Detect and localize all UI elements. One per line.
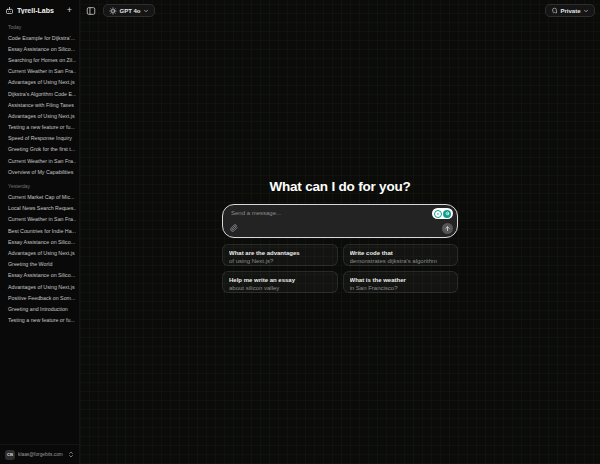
sidebar-history-item[interactable]: Searching for Homes on Zil... (3, 54, 76, 65)
sidebar-history: TodayCode Example for Dijkstra'...Essay … (0, 18, 79, 444)
sidebar-history-item[interactable]: Essay Assistance on Silico... (3, 43, 76, 54)
page-title: What can I do for you? (222, 179, 458, 194)
sidebar-history-item[interactable]: Advantages of Using Next.js (3, 247, 76, 258)
suggestion-title: What is the weather (350, 276, 452, 284)
sidebar-toggle-icon[interactable] (84, 4, 98, 18)
chevron-down-icon (583, 8, 589, 14)
sidebar-history-item[interactable]: Assistance with Filing Taxes (3, 99, 76, 110)
history-section-label: Yesterday (8, 183, 71, 189)
browser-extension-badge[interactable] (432, 208, 453, 219)
paperclip-icon[interactable] (228, 222, 240, 234)
suggestion-card[interactable]: Help me write an essayabout silicon vall… (222, 271, 338, 293)
sidebar-history-item[interactable]: Greeting the World (3, 259, 76, 270)
model-label: GPT 4o (120, 8, 141, 14)
extension-pin-icon (434, 210, 442, 218)
suggestion-title: What are the advantages (229, 249, 331, 257)
sidebar-history-item[interactable]: Current Weather in San Fra... (3, 155, 76, 166)
hero-section: What can I do for you? Send a message... (222, 179, 458, 293)
model-selector[interactable]: GPT 4o (103, 4, 155, 17)
suggestion-card[interactable]: Write code thatdemonstrates dijkstra's a… (343, 244, 459, 266)
chevron-down-icon (143, 8, 149, 14)
sidebar-history-item[interactable]: Overview of My Capabilities (3, 166, 76, 177)
sidebar-history-item[interactable]: Advantages of Using Next.js (3, 281, 76, 292)
user-account-button[interactable]: CN klaas@forgebits.com (0, 444, 79, 464)
new-chat-button[interactable]: + (66, 6, 73, 15)
sidebar-history-item[interactable]: Dijkstra's Algorithm Code E... (3, 88, 76, 99)
history-section-label: Today (8, 24, 71, 30)
sidebar-history-item[interactable]: Advantages of Using Next.js (3, 110, 76, 121)
sidebar-history-item[interactable]: Essay Assistance on Silico... (3, 270, 76, 281)
sidebar-history-item[interactable]: Advantages of Using Next.js (3, 77, 76, 88)
gear-icon (109, 7, 117, 15)
sidebar-history-item[interactable]: Current Weather in San Fra... (3, 66, 76, 77)
suggestion-cards: What are the advantagesof using Next.js?… (222, 244, 458, 293)
sidebar-history-item[interactable]: Essay Assistance on Silico... (3, 236, 76, 247)
sidebar-history-item[interactable]: Testing a new feature or fu... (3, 122, 76, 133)
chevron-updown-icon (68, 451, 74, 458)
suggestion-title: Help me write an essay (229, 276, 331, 284)
brand-title: Tyrell-Labs (17, 7, 63, 14)
sidebar-history-item[interactable]: Positive Feedback on Som... (3, 292, 76, 303)
sidebar-history-item[interactable]: Local News Search Reques... (3, 203, 76, 214)
suggestion-card[interactable]: What are the advantagesof using Next.js? (222, 244, 338, 266)
privacy-mode-button[interactable]: Private (545, 4, 595, 17)
sidebar-history-item[interactable]: Code Example for Dijkstra'... (3, 32, 76, 43)
message-input[interactable]: Send a message... (222, 204, 458, 238)
privacy-label: Private (560, 8, 580, 14)
sidebar-history-item[interactable]: Speed of Response Inquiry (3, 133, 76, 144)
main-area: GPT 4o Private (80, 0, 600, 464)
sidebar-history-item[interactable]: Current Market Cap of Mic... (3, 191, 76, 202)
suggestion-subtitle: demonstrates dijkstra's algorithm (350, 257, 452, 265)
sidebar-header: Tyrell-Labs + (0, 0, 79, 18)
avatar: CN (5, 450, 15, 460)
sidebar-history-item[interactable]: Testing a new feature or fu... (3, 315, 76, 326)
ghost-icon (551, 7, 558, 14)
user-email: klaas@forgebits.com (18, 452, 65, 457)
suggestion-subtitle: of using Next.js? (229, 257, 331, 265)
send-button[interactable] (442, 223, 453, 234)
suggestion-title: Write code that (350, 249, 452, 257)
sidebar-history-item[interactable]: Greeting Grok for the first t... (3, 144, 76, 155)
extension-g-icon (443, 210, 451, 218)
robot-logo-icon (5, 6, 14, 15)
sidebar-history-item[interactable]: Best Countries for Indie Ha... (3, 225, 76, 236)
suggestion-subtitle: in San Francisco? (350, 284, 452, 292)
message-placeholder: Send a message... (231, 210, 281, 216)
suggestion-subtitle: about silicon valley (229, 284, 331, 292)
sidebar-history-item[interactable]: Greeting and Introduction (3, 303, 76, 314)
sidebar: Tyrell-Labs + TodayCode Example for Dijk… (0, 0, 80, 464)
app-window: Tyrell-Labs + TodayCode Example for Dijk… (0, 0, 600, 464)
suggestion-card[interactable]: What is the weatherin San Francisco? (343, 271, 459, 293)
top-toolbar: GPT 4o Private (84, 4, 595, 17)
sidebar-history-item[interactable]: Current Weather in San Fra... (3, 214, 76, 225)
